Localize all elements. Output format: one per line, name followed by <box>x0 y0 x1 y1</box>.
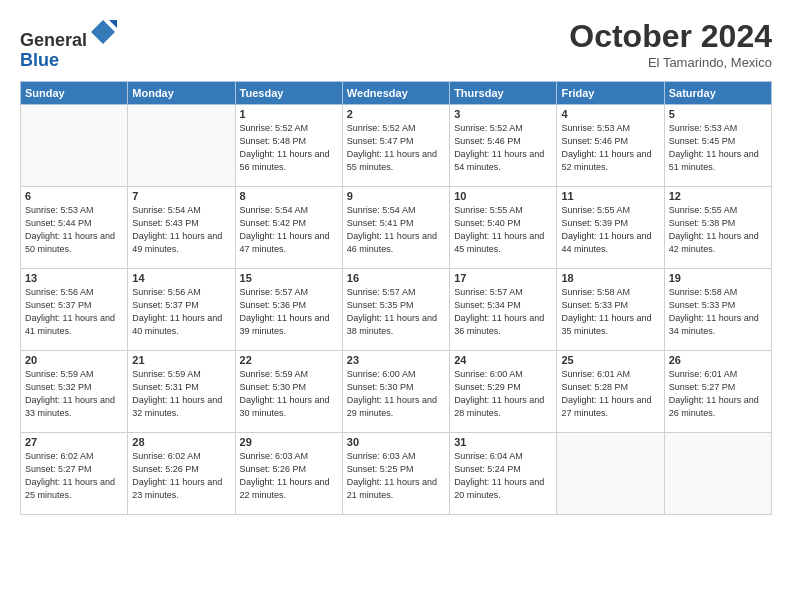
day-info: Sunrise: 5:53 AMSunset: 5:44 PMDaylight:… <box>25 204 123 256</box>
day-info: Sunrise: 5:59 AMSunset: 5:31 PMDaylight:… <box>132 368 230 420</box>
day-number: 8 <box>240 190 338 202</box>
table-row: 14Sunrise: 5:56 AMSunset: 5:37 PMDayligh… <box>128 268 235 350</box>
day-number: 27 <box>25 436 123 448</box>
day-info: Sunrise: 6:00 AMSunset: 5:30 PMDaylight:… <box>347 368 445 420</box>
day-info: Sunrise: 5:58 AMSunset: 5:33 PMDaylight:… <box>561 286 659 338</box>
table-row: 3Sunrise: 5:52 AMSunset: 5:46 PMDaylight… <box>450 104 557 186</box>
col-friday: Friday <box>557 81 664 104</box>
day-info: Sunrise: 5:59 AMSunset: 5:32 PMDaylight:… <box>25 368 123 420</box>
day-info: Sunrise: 6:01 AMSunset: 5:28 PMDaylight:… <box>561 368 659 420</box>
table-row: 4Sunrise: 5:53 AMSunset: 5:46 PMDaylight… <box>557 104 664 186</box>
title-block: October 2024 El Tamarindo, Mexico <box>569 18 772 70</box>
table-row: 23Sunrise: 6:00 AMSunset: 5:30 PMDayligh… <box>342 350 449 432</box>
svg-marker-1 <box>109 20 117 28</box>
table-row <box>21 104 128 186</box>
table-row: 6Sunrise: 5:53 AMSunset: 5:44 PMDaylight… <box>21 186 128 268</box>
day-info: Sunrise: 5:59 AMSunset: 5:30 PMDaylight:… <box>240 368 338 420</box>
day-info: Sunrise: 6:04 AMSunset: 5:24 PMDaylight:… <box>454 450 552 502</box>
table-row: 15Sunrise: 5:57 AMSunset: 5:36 PMDayligh… <box>235 268 342 350</box>
day-info: Sunrise: 6:00 AMSunset: 5:29 PMDaylight:… <box>454 368 552 420</box>
day-number: 21 <box>132 354 230 366</box>
svg-marker-0 <box>91 20 115 44</box>
day-number: 15 <box>240 272 338 284</box>
day-info: Sunrise: 6:02 AMSunset: 5:27 PMDaylight:… <box>25 450 123 502</box>
day-number: 20 <box>25 354 123 366</box>
day-number: 1 <box>240 108 338 120</box>
day-info: Sunrise: 5:52 AMSunset: 5:46 PMDaylight:… <box>454 122 552 174</box>
day-info: Sunrise: 5:54 AMSunset: 5:42 PMDaylight:… <box>240 204 338 256</box>
col-wednesday: Wednesday <box>342 81 449 104</box>
day-info: Sunrise: 5:54 AMSunset: 5:43 PMDaylight:… <box>132 204 230 256</box>
table-row: 26Sunrise: 6:01 AMSunset: 5:27 PMDayligh… <box>664 350 771 432</box>
col-saturday: Saturday <box>664 81 771 104</box>
day-info: Sunrise: 5:57 AMSunset: 5:36 PMDaylight:… <box>240 286 338 338</box>
table-row: 30Sunrise: 6:03 AMSunset: 5:25 PMDayligh… <box>342 432 449 514</box>
day-number: 18 <box>561 272 659 284</box>
calendar-week-row: 27Sunrise: 6:02 AMSunset: 5:27 PMDayligh… <box>21 432 772 514</box>
location: El Tamarindo, Mexico <box>569 55 772 70</box>
day-number: 29 <box>240 436 338 448</box>
day-number: 30 <box>347 436 445 448</box>
day-number: 5 <box>669 108 767 120</box>
day-info: Sunrise: 5:55 AMSunset: 5:40 PMDaylight:… <box>454 204 552 256</box>
table-row: 22Sunrise: 5:59 AMSunset: 5:30 PMDayligh… <box>235 350 342 432</box>
col-tuesday: Tuesday <box>235 81 342 104</box>
calendar-header-row: Sunday Monday Tuesday Wednesday Thursday… <box>21 81 772 104</box>
table-row: 31Sunrise: 6:04 AMSunset: 5:24 PMDayligh… <box>450 432 557 514</box>
day-info: Sunrise: 5:58 AMSunset: 5:33 PMDaylight:… <box>669 286 767 338</box>
logo: General Blue <box>20 18 117 71</box>
day-number: 26 <box>669 354 767 366</box>
day-info: Sunrise: 5:52 AMSunset: 5:47 PMDaylight:… <box>347 122 445 174</box>
logo-general: General <box>20 30 87 50</box>
table-row: 2Sunrise: 5:52 AMSunset: 5:47 PMDaylight… <box>342 104 449 186</box>
table-row: 21Sunrise: 5:59 AMSunset: 5:31 PMDayligh… <box>128 350 235 432</box>
calendar-week-row: 13Sunrise: 5:56 AMSunset: 5:37 PMDayligh… <box>21 268 772 350</box>
day-number: 14 <box>132 272 230 284</box>
day-number: 31 <box>454 436 552 448</box>
day-number: 17 <box>454 272 552 284</box>
table-row: 18Sunrise: 5:58 AMSunset: 5:33 PMDayligh… <box>557 268 664 350</box>
table-row: 28Sunrise: 6:02 AMSunset: 5:26 PMDayligh… <box>128 432 235 514</box>
day-number: 4 <box>561 108 659 120</box>
table-row: 9Sunrise: 5:54 AMSunset: 5:41 PMDaylight… <box>342 186 449 268</box>
table-row: 1Sunrise: 5:52 AMSunset: 5:48 PMDaylight… <box>235 104 342 186</box>
day-info: Sunrise: 5:53 AMSunset: 5:46 PMDaylight:… <box>561 122 659 174</box>
table-row <box>664 432 771 514</box>
page-header: General Blue October 2024 El Tamarindo, … <box>20 18 772 71</box>
day-info: Sunrise: 5:52 AMSunset: 5:48 PMDaylight:… <box>240 122 338 174</box>
logo-blue: Blue <box>20 50 59 70</box>
day-info: Sunrise: 5:57 AMSunset: 5:34 PMDaylight:… <box>454 286 552 338</box>
day-info: Sunrise: 5:54 AMSunset: 5:41 PMDaylight:… <box>347 204 445 256</box>
table-row: 25Sunrise: 6:01 AMSunset: 5:28 PMDayligh… <box>557 350 664 432</box>
day-info: Sunrise: 5:56 AMSunset: 5:37 PMDaylight:… <box>132 286 230 338</box>
day-number: 19 <box>669 272 767 284</box>
day-number: 10 <box>454 190 552 202</box>
day-number: 12 <box>669 190 767 202</box>
day-number: 24 <box>454 354 552 366</box>
table-row: 24Sunrise: 6:00 AMSunset: 5:29 PMDayligh… <box>450 350 557 432</box>
table-row: 13Sunrise: 5:56 AMSunset: 5:37 PMDayligh… <box>21 268 128 350</box>
day-number: 13 <box>25 272 123 284</box>
table-row: 12Sunrise: 5:55 AMSunset: 5:38 PMDayligh… <box>664 186 771 268</box>
day-number: 3 <box>454 108 552 120</box>
table-row: 17Sunrise: 5:57 AMSunset: 5:34 PMDayligh… <box>450 268 557 350</box>
table-row: 29Sunrise: 6:03 AMSunset: 5:26 PMDayligh… <box>235 432 342 514</box>
col-sunday: Sunday <box>21 81 128 104</box>
day-number: 7 <box>132 190 230 202</box>
day-number: 22 <box>240 354 338 366</box>
table-row <box>128 104 235 186</box>
logo-icon <box>89 18 117 46</box>
table-row: 5Sunrise: 5:53 AMSunset: 5:45 PMDaylight… <box>664 104 771 186</box>
calendar-week-row: 20Sunrise: 5:59 AMSunset: 5:32 PMDayligh… <box>21 350 772 432</box>
day-number: 2 <box>347 108 445 120</box>
day-info: Sunrise: 5:53 AMSunset: 5:45 PMDaylight:… <box>669 122 767 174</box>
day-info: Sunrise: 5:55 AMSunset: 5:38 PMDaylight:… <box>669 204 767 256</box>
col-thursday: Thursday <box>450 81 557 104</box>
day-info: Sunrise: 5:55 AMSunset: 5:39 PMDaylight:… <box>561 204 659 256</box>
day-info: Sunrise: 5:57 AMSunset: 5:35 PMDaylight:… <box>347 286 445 338</box>
day-info: Sunrise: 6:01 AMSunset: 5:27 PMDaylight:… <box>669 368 767 420</box>
day-info: Sunrise: 6:02 AMSunset: 5:26 PMDaylight:… <box>132 450 230 502</box>
table-row: 27Sunrise: 6:02 AMSunset: 5:27 PMDayligh… <box>21 432 128 514</box>
table-row: 7Sunrise: 5:54 AMSunset: 5:43 PMDaylight… <box>128 186 235 268</box>
day-number: 9 <box>347 190 445 202</box>
